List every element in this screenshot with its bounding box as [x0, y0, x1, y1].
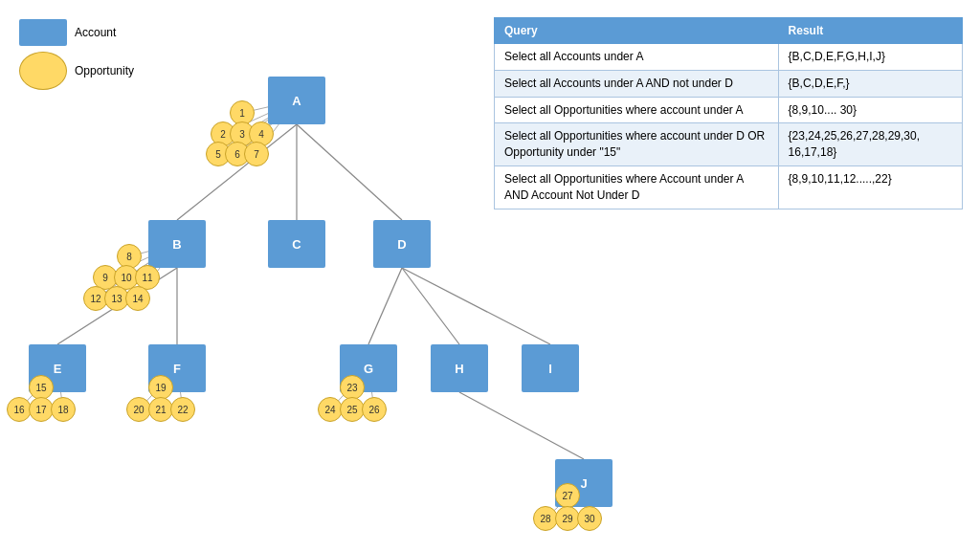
account-node-C: C: [268, 220, 325, 268]
legend-account: Account: [19, 19, 134, 46]
result-cell: {B,C,D,E,F,}: [778, 70, 962, 97]
svg-line-34: [459, 392, 584, 459]
svg-line-19: [368, 268, 402, 344]
query-cell: Select all Opportunities where account u…: [495, 97, 779, 123]
account-legend-label: Account: [75, 26, 116, 39]
svg-line-21: [402, 268, 550, 344]
opp-node-30: 30: [577, 506, 602, 531]
opp-node-27: 27: [555, 483, 580, 508]
opp-node-14: 14: [125, 286, 150, 311]
result-cell: {8,9,10.... 30}: [778, 97, 962, 123]
account-node-A: A: [268, 77, 325, 124]
query-header: Query: [495, 18, 779, 44]
query-cell: Select all Opportunities where Account u…: [495, 165, 779, 209]
table-row: Select all Accounts under A{B,C,D,E,F,G,…: [495, 44, 963, 71]
svg-line-20: [402, 268, 459, 344]
result-cell: {B,C,D,E,F,G,H,I,J}: [778, 44, 962, 71]
opp-node-18: 18: [51, 397, 76, 422]
account-node-D: D: [373, 220, 431, 268]
opportunity-legend-circle: [19, 52, 67, 90]
query-cell: Select all Opportunities where account u…: [495, 123, 779, 166]
legend: Account Opportunity: [19, 19, 134, 90]
opp-node-26: 26: [362, 397, 387, 422]
result-cell: {23,24,25,26,27,28,29,30, 16,17,18}: [778, 123, 962, 166]
opportunity-legend-label: Opportunity: [75, 64, 134, 77]
account-node-H: H: [431, 344, 488, 392]
table-row: Select all Accounts under A AND not unde…: [495, 70, 963, 97]
opp-node-7: 7: [244, 142, 269, 166]
result-cell: {8,9,10,11,12.....,22}: [778, 165, 962, 209]
svg-line-9: [297, 124, 402, 220]
account-node-B: B: [148, 220, 206, 268]
account-legend-box: [19, 19, 67, 46]
opp-node-22: 22: [170, 397, 195, 422]
table-row: Select all Opportunities where account u…: [495, 97, 963, 123]
table-row: Select all Opportunities where Account u…: [495, 165, 963, 209]
query-cell: Select all Accounts under A: [495, 44, 779, 71]
account-node-I: I: [522, 344, 579, 392]
table-row: Select all Opportunities where account u…: [495, 123, 963, 166]
query-cell: Select all Accounts under A AND not unde…: [495, 70, 779, 97]
query-table: Query Result Select all Accounts under A…: [494, 17, 963, 209]
result-header: Result: [778, 18, 962, 44]
legend-opportunity: Opportunity: [19, 52, 134, 90]
